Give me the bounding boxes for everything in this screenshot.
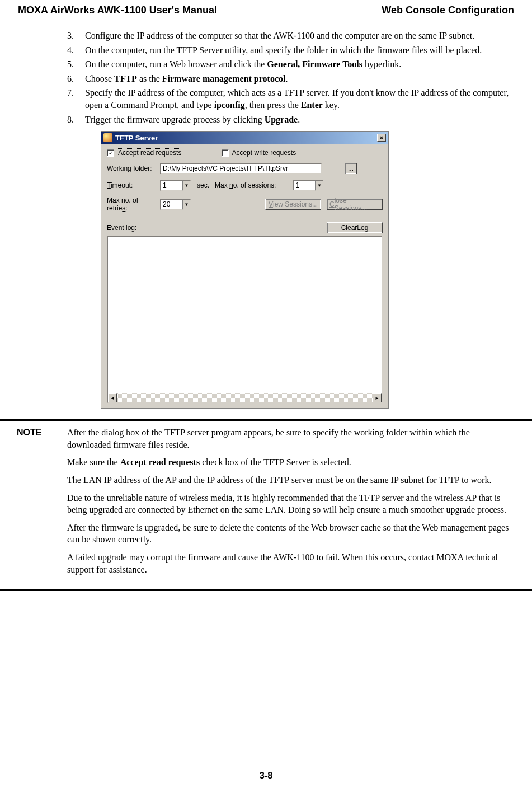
accept-read-checkbox[interactable]: ✓ — [107, 149, 114, 157]
titlebar[interactable]: TFTP Server × — [101, 132, 388, 144]
accept-write-checkbox-wrap: Accept write requests — [222, 149, 296, 157]
event-log-row: Event log: Clear Log — [107, 222, 383, 233]
text-fragment: Accept — [118, 149, 140, 157]
text-fragment: ead requests — [143, 149, 181, 157]
note-paragraph: A failed upgrade may corrupt the firmwar… — [67, 551, 510, 575]
accept-write-label: Accept write requests — [232, 149, 296, 157]
sec-label: sec. — [197, 181, 209, 189]
text-fragment: : — [125, 204, 127, 212]
max-sessions-label: Max no. of sessions: — [215, 181, 276, 189]
accept-write-checkbox[interactable] — [222, 149, 229, 157]
step-text: Choose TFTP as the Firmware management p… — [85, 73, 510, 85]
underline-char: V — [269, 200, 273, 208]
text-fragment: , then press the — [245, 100, 301, 110]
text-fragment: iew Sessions... — [273, 200, 318, 208]
text-fragment: key. — [323, 100, 340, 110]
browse-button[interactable]: ... — [345, 163, 357, 174]
step-number: 5. — [67, 58, 85, 71]
step-8: 8. Trigger the firmware upgrade process … — [67, 114, 510, 126]
page-header: MOXA AirWorks AWK-1100 User's Manual Web… — [0, 0, 532, 18]
note-paragraph: The LAN IP address of the AP and the IP … — [67, 474, 510, 486]
step-7: 7. Specify the IP address of the compute… — [67, 87, 510, 111]
window-title: TFTP Server — [115, 134, 377, 142]
text-fragment: Accept — [232, 149, 254, 157]
timeout-input[interactable] — [160, 180, 182, 191]
step-text: Configure the IP address of the computer… — [85, 30, 510, 42]
scroll-right-icon[interactable]: ► — [373, 393, 382, 402]
step-5: 5. On the computer, run a Web browser an… — [67, 58, 510, 71]
text-fragment: Choose — [85, 74, 114, 83]
clear-log-button[interactable]: Clear Log — [327, 222, 383, 233]
dropdown-arrow-icon[interactable]: ▼ — [182, 180, 191, 191]
working-folder-input[interactable] — [160, 163, 322, 174]
dropdown-arrow-icon[interactable]: ▼ — [315, 180, 324, 191]
max-retries-input[interactable] — [160, 199, 182, 210]
close-sessions-button[interactable]: Close Sessions... — [327, 199, 383, 210]
working-folder-row: Working folder: ... — [107, 163, 383, 174]
step-number: 7. — [67, 87, 85, 111]
checkbox-row: ✓ Accept read requests Accept write requ… — [107, 148, 383, 157]
timeout-row: Timeout: ▼ sec. Max no. of sessions: ▼ — [107, 180, 383, 191]
text-fragment: rite requests — [259, 149, 296, 157]
underline-char: T — [107, 181, 111, 189]
max-retries-combo[interactable]: ▼ — [160, 199, 191, 210]
text-fragment: Clear — [341, 224, 357, 232]
underline-char: n — [229, 181, 233, 189]
page-number: 3-8 — [0, 771, 532, 781]
retries-row: Max no. of retries: ▼ View Sessions... C… — [107, 196, 383, 212]
event-log-textarea[interactable]: ◄ ► — [107, 236, 383, 404]
timeout-combo[interactable]: ▼ — [160, 180, 191, 191]
note-label: NOTE — [17, 427, 67, 581]
scroll-track[interactable] — [117, 393, 373, 402]
text-fragment: as the — [137, 74, 162, 83]
bold-text: TFTP — [114, 74, 137, 83]
step-text: On the computer, run the TFTP Server uti… — [85, 44, 510, 57]
text-fragment: . — [298, 115, 300, 124]
text-fragment: On the computer, run a Web browser and c… — [85, 59, 267, 69]
accept-read-label: Accept read requests — [117, 148, 182, 157]
step-number: 8. — [67, 114, 85, 126]
close-button[interactable]: × — [377, 134, 386, 142]
text-fragment: imeout: — [111, 181, 133, 189]
underline-char: w — [254, 149, 259, 157]
text-fragment: Max — [215, 181, 229, 189]
note-paragraph: Due to the unreliable nature of wireless… — [67, 492, 510, 516]
text-fragment: . — [285, 74, 288, 83]
scroll-left-icon[interactable]: ◄ — [108, 393, 117, 402]
underline-char: C — [329, 200, 335, 208]
event-log-label: Event log: — [107, 224, 136, 232]
text-fragment: check box of the TFTP Server is selected… — [200, 457, 351, 467]
working-folder-label: Working folder: — [107, 165, 160, 172]
note-paragraph: After the firmware is upgraded, be sure … — [67, 522, 510, 546]
max-sessions-input[interactable] — [293, 180, 315, 191]
step-4: 4. On the computer, run the TFTP Server … — [67, 44, 510, 57]
view-sessions-button[interactable]: View Sessions... — [265, 199, 321, 210]
step-number: 6. — [67, 73, 85, 85]
text-fragment: og — [361, 224, 368, 232]
note-body: After the dialog box of the TFTP server … — [67, 427, 510, 581]
header-right: Web Console Configuration — [382, 4, 514, 16]
dropdown-arrow-icon[interactable]: ▼ — [182, 199, 191, 210]
header-left: MOXA AirWorks AWK-1100 User's Manual — [18, 4, 217, 16]
step-3: 3. Configure the IP address of the compu… — [67, 30, 510, 42]
bold-text: ipconfig — [214, 100, 245, 110]
main-content: 3. Configure the IP address of the compu… — [0, 18, 532, 409]
note-paragraph: After the dialog box of the TFTP server … — [67, 427, 510, 451]
step-number: 4. — [67, 44, 85, 57]
max-retries-label: Max no. of retries: — [107, 196, 160, 212]
window-body: ✓ Accept read requests Accept write requ… — [101, 144, 388, 408]
bold-text: Enter — [301, 100, 323, 110]
tftp-server-window: TFTP Server × ✓ Accept read requests Acc… — [101, 131, 389, 409]
step-text: On the computer, run a Web browser and c… — [85, 58, 510, 71]
accept-read-checkbox-wrap: ✓ Accept read requests — [107, 148, 182, 157]
text-fragment: Make sure the — [67, 457, 120, 467]
step-6: 6. Choose TFTP as the Firmware managemen… — [67, 73, 510, 85]
bold-text: General, Firmware Tools — [267, 59, 362, 69]
bold-text: Accept read requests — [120, 457, 200, 467]
text-fragment: lose Sessions... — [335, 196, 380, 212]
step-text: Specify the IP address of the computer, … — [85, 87, 510, 111]
timeout-label: Timeout: — [107, 181, 160, 189]
step-text: Trigger the firmware upgrade process by … — [85, 114, 510, 126]
horizontal-scrollbar[interactable]: ◄ ► — [108, 393, 382, 402]
max-sessions-combo[interactable]: ▼ — [293, 180, 324, 191]
